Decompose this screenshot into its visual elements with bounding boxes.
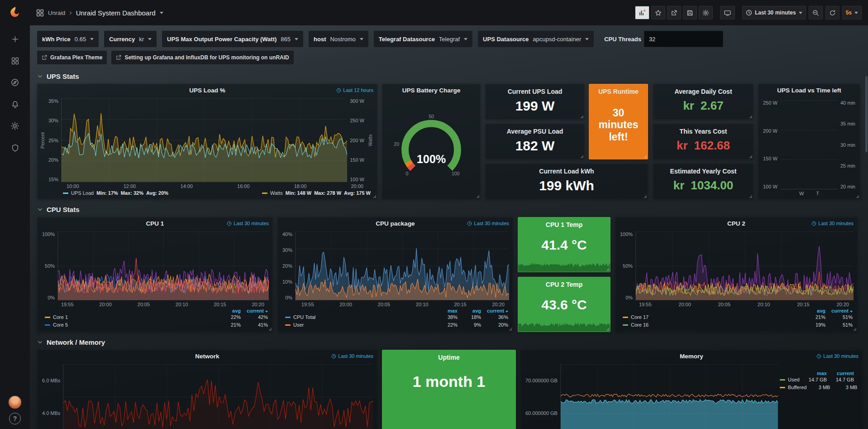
- save-button[interactable]: [683, 6, 697, 19]
- zoom-out-icon: [812, 10, 819, 16]
- legend-col-max[interactable]: max: [434, 308, 458, 313]
- x-tick: 20:20: [252, 302, 264, 307]
- panel-title[interactable]: CPU package: [376, 220, 415, 227]
- legend-col-max[interactable]: max: [803, 371, 827, 376]
- panel-timerange[interactable]: Last 30 minutes: [811, 221, 854, 226]
- panel-timerange[interactable]: Last 30 minutes: [467, 221, 509, 226]
- variable-host[interactable]: host Nostromo: [309, 31, 368, 47]
- panel-title[interactable]: CPU 2 Temp: [518, 277, 610, 288]
- help-button[interactable]: ?: [9, 413, 21, 424]
- refresh-interval-dropdown[interactable]: 5s: [842, 6, 862, 19]
- time-range-picker[interactable]: Last 30 minutes: [742, 6, 806, 19]
- legend-item-ups-load[interactable]: UPS Load Min: 17% Max: 32% Avg: 20%: [63, 190, 168, 196]
- panel-timerange[interactable]: Last 12 hours: [336, 87, 373, 93]
- panel-title[interactable]: UPS Load %: [189, 87, 225, 94]
- legend-series[interactable]: Core 16: [623, 321, 802, 329]
- variable-value: 865: [281, 36, 291, 43]
- sort-caret-icon: [506, 311, 508, 313]
- legend-col-current[interactable]: current: [241, 308, 268, 313]
- variable-ups-max-output[interactable]: UPS Max Output Power Capacity (Watt) 865: [162, 31, 303, 47]
- row-header-cpu-stats[interactable]: CPU Stats: [37, 206, 864, 213]
- grafana-logo[interactable]: [6, 4, 24, 22]
- sidebar-item-configuration[interactable]: [7, 118, 23, 134]
- sidebar-item-explore[interactable]: [7, 74, 23, 91]
- panel-header: UPS Load vs Time left: [758, 84, 860, 96]
- panel-cpu1-temp: CPU 1 Temp 41.4 °C: [518, 217, 610, 272]
- row-header-ups-stats[interactable]: UPS Stats: [37, 72, 864, 80]
- panel-title[interactable]: Average PSU Load: [486, 124, 584, 135]
- panel-timerange[interactable]: Last 30 minutes: [331, 353, 373, 359]
- legend-col-current[interactable]: current: [827, 371, 854, 376]
- sidebar-item-server-admin[interactable]: [7, 140, 23, 156]
- panel-title[interactable]: CPU 2: [727, 220, 745, 227]
- panel-timerange[interactable]: Last 30 minutes: [816, 353, 858, 359]
- legend-series[interactable]: Buffered: [780, 384, 806, 391]
- panel-cpu1: CPU 1 Last 30 minutes 100% 50% 0%: [37, 217, 273, 332]
- refresh-button[interactable]: [825, 6, 839, 19]
- legend-series[interactable]: Used: [780, 376, 803, 384]
- legend-col-avg[interactable]: avg: [802, 308, 825, 313]
- share-button[interactable]: [667, 6, 681, 19]
- network-plot[interactable]: [63, 364, 373, 429]
- legend-col-avg[interactable]: avg: [217, 308, 241, 313]
- panel-title[interactable]: UPS Battery Charge: [402, 87, 460, 94]
- variable-currency[interactable]: Currency kr: [104, 31, 157, 47]
- dashboard-settings-button[interactable]: [699, 6, 713, 19]
- panel-title[interactable]: Memory: [680, 353, 703, 360]
- panel-title[interactable]: Current UPS Load: [486, 84, 584, 95]
- legend-row: Buffered 3 MB 3 MB: [780, 384, 854, 391]
- legend-item-watts[interactable]: Watts Min: 148 W Max: 278 W Avg: 175 W: [262, 190, 371, 196]
- cpu-package-plot[interactable]: [295, 231, 509, 300]
- breadcrumb[interactable]: Unraid › Unraid System Dashboard: [36, 9, 163, 17]
- variable-kwh-price[interactable]: kWh Price 0.65: [37, 31, 99, 47]
- legend-col-current[interactable]: current: [481, 308, 508, 313]
- legend-series-name: Watts: [270, 190, 283, 196]
- cpu-threads-input[interactable]: [644, 31, 723, 47]
- cpu1-plot[interactable]: [57, 231, 269, 300]
- panel-title[interactable]: UPS Runtime: [589, 84, 648, 95]
- legend-series[interactable]: Core 5: [45, 321, 217, 329]
- sidebar-item-create[interactable]: [7, 31, 23, 47]
- panel-title[interactable]: Current Load kWh: [486, 164, 648, 175]
- panel-title[interactable]: Estimated Yearly Cost: [653, 164, 753, 175]
- page-scrollbar[interactable]: [865, 76, 868, 152]
- battery-gauge[interactable]: 0 20 50 100 100%: [382, 96, 480, 199]
- y-tick: 40%: [282, 231, 292, 237]
- legend-col-avg[interactable]: avg: [458, 308, 481, 313]
- row-header-network-memory[interactable]: Network / Memory: [37, 338, 864, 346]
- legend-avg-value: 22%: [217, 313, 241, 321]
- bars-plot[interactable]: [780, 100, 838, 189]
- legend-series[interactable]: Core 1: [45, 313, 217, 321]
- memory-plot[interactable]: [560, 364, 778, 429]
- ups-load-plot[interactable]: [61, 98, 347, 182]
- legend-series[interactable]: CPU Total: [285, 313, 434, 321]
- variable-ups-datasource[interactable]: UPS Datasource apcupsd-container: [478, 31, 594, 47]
- user-avatar[interactable]: [8, 395, 22, 409]
- link-ups-monitoring-guide[interactable]: Setting up Grafana and InfluxDB for UPS …: [111, 51, 293, 64]
- add-panel-button[interactable]: [635, 6, 649, 19]
- dashboard-title[interactable]: Unraid System Dashboard: [76, 9, 156, 17]
- star-button[interactable]: [651, 6, 665, 19]
- legend-col-current[interactable]: current: [825, 308, 853, 313]
- legend-series[interactable]: Core 17: [623, 313, 802, 321]
- panel-timerange[interactable]: Last 30 minutes: [227, 221, 269, 226]
- x-tick: 19:55: [301, 302, 314, 307]
- panel-title[interactable]: Uptime: [382, 350, 515, 361]
- cpu2-plot[interactable]: [635, 231, 854, 300]
- panel-title[interactable]: CPU 1: [146, 220, 164, 227]
- variable-telegraf-datasource[interactable]: Telegraf Datasource Telegraf: [374, 31, 472, 47]
- sidebar-item-alerting[interactable]: [7, 96, 23, 112]
- sidebar-item-dashboards[interactable]: [7, 53, 23, 69]
- zoom-out-button[interactable]: [809, 6, 823, 19]
- panel-title[interactable]: Average Daily Cost: [653, 84, 753, 95]
- panel-title[interactable]: This Years Cost: [653, 124, 753, 135]
- legend-series[interactable]: User: [285, 321, 434, 329]
- panel-title[interactable]: UPS Load vs Time left: [777, 87, 841, 94]
- stat-value: 182 W: [486, 135, 584, 159]
- panel-title[interactable]: CPU 1 Temp: [518, 217, 610, 228]
- breadcrumb-folder[interactable]: Unraid: [48, 10, 65, 16]
- cycle-view-button[interactable]: [720, 6, 735, 19]
- settings-gear-icon: [702, 10, 709, 16]
- link-grafana-plex-theme[interactable]: Grafana Plex Theme: [37, 51, 107, 64]
- panel-title[interactable]: Network: [195, 353, 219, 360]
